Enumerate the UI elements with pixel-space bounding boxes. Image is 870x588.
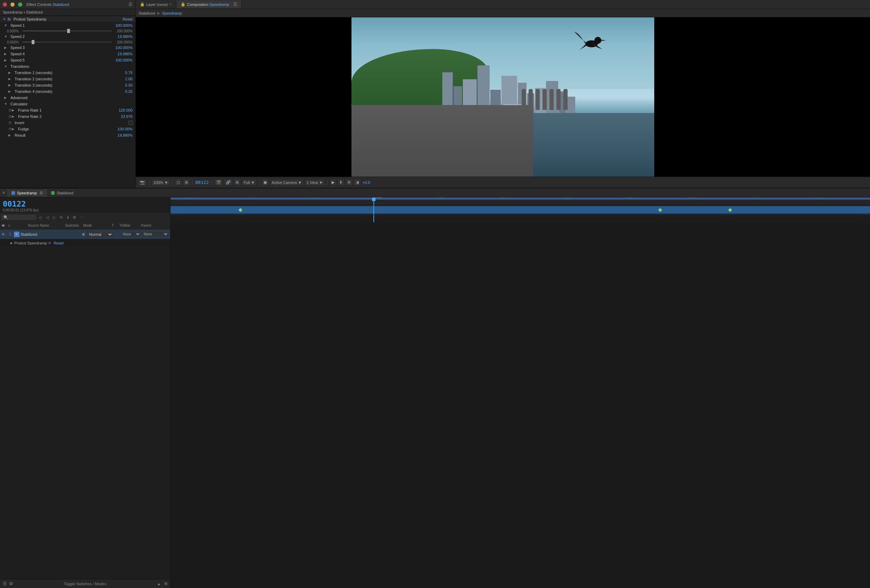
grid-btn[interactable]: ⊞ xyxy=(234,180,240,185)
fit-btn[interactable]: ◻ xyxy=(176,180,181,185)
fr1-toggle[interactable] xyxy=(12,108,15,112)
next-keyframe-btn[interactable]: ▷ xyxy=(52,215,57,220)
layer-row-1[interactable]: 👁 1 C Stabilized ◉ Normal Multiply Scree… xyxy=(0,230,170,239)
set-keyframe-btn[interactable]: ◇ xyxy=(37,215,43,220)
t4-value[interactable]: 0.25 xyxy=(107,89,136,94)
info-btn[interactable]: ℹ xyxy=(66,215,70,220)
refresh-btn[interactable]: ↻ xyxy=(58,215,64,220)
t4-toggle[interactable] xyxy=(8,90,12,93)
layer-name-1[interactable]: Stabilized xyxy=(21,232,80,236)
speed4-value[interactable]: 19.980% xyxy=(107,52,136,56)
t3-toggle[interactable] xyxy=(8,83,12,87)
layer-eye-1[interactable]: 👁 xyxy=(0,232,6,236)
more-btn[interactable]: ⋯ xyxy=(79,215,86,220)
t1-value[interactable]: 0.75 xyxy=(107,71,136,75)
speed2-value[interactable]: 19.980% xyxy=(107,34,136,39)
sublayer-toggle[interactable]: ▶ xyxy=(10,241,13,245)
tab-speedramp-menu[interactable]: ☰ xyxy=(40,191,43,195)
settings-tl-btn[interactable]: ⚙ xyxy=(72,215,77,220)
channels-btn[interactable]: ◑ xyxy=(354,180,361,185)
view-dropdown[interactable]: 1 View ▼ xyxy=(305,180,324,185)
result-toggle[interactable] xyxy=(8,134,12,137)
advanced-toggle[interactable] xyxy=(4,96,7,99)
crop-btn[interactable]: ⊞ xyxy=(183,180,189,185)
maximize-button[interactable] xyxy=(18,3,22,7)
minimize-button[interactable] xyxy=(10,3,15,7)
settings-btn[interactable]: ⚙ xyxy=(346,180,352,185)
speed2-toggle[interactable] xyxy=(4,35,7,38)
toggle-expand-icon[interactable]: ▲ xyxy=(157,582,161,586)
fudge-toggle[interactable] xyxy=(12,127,15,131)
bot-icon1[interactable]: ☰ xyxy=(3,581,7,586)
close-tab-layer[interactable]: ✕ xyxy=(169,3,172,6)
fudge-row: ⏱ Fudge 100.00% xyxy=(0,126,136,132)
prev-keyframe-btn[interactable]: ◁ xyxy=(45,215,50,220)
tab-composition[interactable]: 🔒 Composition Speedramp ☰ xyxy=(176,0,242,8)
col-source: Source Name xyxy=(14,224,64,227)
t1-toggle[interactable] xyxy=(8,71,12,74)
snapshot-btn[interactable]: 📷 xyxy=(139,180,146,185)
trkmat-select-1[interactable]: None xyxy=(121,232,141,236)
fr1-value[interactable]: 120.000 xyxy=(107,108,136,112)
speed2-track[interactable] xyxy=(22,42,112,42)
speed5-value[interactable]: 100.000% xyxy=(107,58,136,62)
close-button[interactable] xyxy=(3,3,7,7)
t2-toggle[interactable] xyxy=(8,77,12,81)
tab-stabilized[interactable]: Stabilized xyxy=(47,190,77,196)
tab-speedramp[interactable]: Speedramp ☰ xyxy=(7,190,47,196)
transitions-toggle[interactable] xyxy=(4,65,7,68)
panel-menu-icon[interactable]: ☰ xyxy=(128,2,133,7)
timecode-display[interactable]: 00122 xyxy=(195,180,209,185)
speed1-value[interactable]: 100.000% xyxy=(107,23,136,27)
fudge-value[interactable]: 100.00% xyxy=(107,127,136,131)
calculator-toggle[interactable] xyxy=(4,102,7,106)
layer-mode-1[interactable]: Normal Multiply Screen xyxy=(86,232,115,237)
close-timeline[interactable]: ✕ xyxy=(0,190,7,195)
toggle-arrow[interactable] xyxy=(3,17,6,21)
speed1-track[interactable] xyxy=(22,31,112,31)
timeline-content: 00122 0:00:05:01 (23.976 fps) ◇ ◁ ▷ ↻ ℹ … xyxy=(0,197,870,588)
quality-dropdown[interactable]: Full ▼ xyxy=(242,180,256,185)
zoom-label: 100% xyxy=(153,180,163,185)
bot-icon2[interactable]: ⚙ xyxy=(9,581,13,586)
stopwatch3-icon[interactable]: ⏱ xyxy=(8,121,12,125)
t2-label: Transition 2 (seconds) xyxy=(12,77,107,81)
zoom-dropdown[interactable]: 100% ▼ xyxy=(152,180,170,185)
sublayer-reset-btn[interactable]: Reset xyxy=(54,241,64,245)
export-btn[interactable]: ⬇ xyxy=(338,180,344,185)
speed1-slider[interactable]: 0.000% 200.000% xyxy=(0,28,136,33)
search-input[interactable] xyxy=(1,215,36,220)
mode-select-1[interactable]: Normal Multiply Screen xyxy=(86,232,113,237)
breadcrumb-speedramp[interactable]: Speedramp xyxy=(162,11,182,15)
breadcrumb-stabilized[interactable]: Stabilized xyxy=(139,11,155,15)
camera-btn[interactable]: 🎬 xyxy=(215,180,222,185)
fr2-value[interactable]: 23.976 xyxy=(107,114,136,119)
toggle-switches-label[interactable]: Toggle Switches / Modes xyxy=(64,582,106,586)
tab-layer[interactable]: 🔒 Layer (none) ✕ xyxy=(136,1,176,8)
fr2-toggle[interactable] xyxy=(12,115,15,118)
timecode-main[interactable]: 00122 xyxy=(3,200,167,208)
stopwatch1-icon[interactable]: ⏱ xyxy=(8,108,12,112)
timeline-ruler[interactable]: 00051 00076 00101 00126 00151 00176 0020… xyxy=(171,197,870,205)
speed1-toggle[interactable] xyxy=(4,24,7,27)
stopwatch4-icon[interactable]: ⏱ xyxy=(8,127,12,131)
speed2-slider[interactable]: 0.000% 200.000% xyxy=(0,40,136,45)
parent-select-1[interactable]: None xyxy=(142,232,168,236)
render-btn[interactable]: ▶ xyxy=(330,180,336,185)
resize-icon[interactable]: ⊞ xyxy=(164,581,167,586)
link-btn[interactable]: 🔗 xyxy=(225,180,232,185)
speed3-value[interactable]: 100.000% xyxy=(107,46,136,50)
region-btn[interactable]: ▣ xyxy=(262,180,268,185)
result-value[interactable]: 19.980% xyxy=(107,133,136,137)
stopwatch2-icon[interactable]: ⏱ xyxy=(8,115,12,119)
reset-button[interactable]: Reset xyxy=(122,17,133,21)
t2-value[interactable]: 2.00 xyxy=(107,77,136,81)
speed1-max: 200.000% xyxy=(112,29,133,33)
comp-panel-menu[interactable]: ☰ xyxy=(233,2,237,7)
camera-dropdown[interactable]: Active Camera ▼ xyxy=(270,180,303,185)
speed3-toggle[interactable] xyxy=(4,46,7,49)
speed4-toggle[interactable] xyxy=(4,52,7,56)
t3-value[interactable]: 0.50 xyxy=(107,83,136,87)
invert-checkbox[interactable] xyxy=(128,121,133,125)
speed5-toggle[interactable] xyxy=(4,58,7,62)
